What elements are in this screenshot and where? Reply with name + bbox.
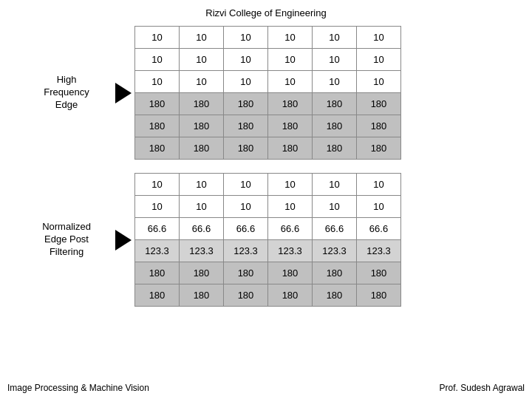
arrow-icon-2 [115, 230, 132, 250]
table-cell: 10 [224, 71, 268, 93]
table-cell: 180 [268, 284, 313, 307]
table-cell: 10 [180, 27, 224, 49]
section2-table: 10101010101010101010101066.666.666.666.6… [134, 173, 401, 307]
table-cell: 10 [268, 27, 313, 49]
table-cell: 10 [313, 49, 357, 71]
section2-arrow [115, 230, 132, 250]
table-cell: 10 [224, 174, 268, 196]
table-cell: 180 [357, 262, 401, 284]
table-cell: 10 [224, 196, 268, 218]
table-cell: 180 [135, 137, 180, 160]
table-cell: 10 [268, 196, 313, 218]
footer-right: Prof. Sudesh Agrawal [440, 383, 525, 393]
table-cell: 180 [180, 262, 224, 284]
table-cell: 123.3 [268, 240, 313, 262]
table-cell: 180 [357, 93, 401, 115]
section1-label: HighFrequencyEdge [22, 74, 111, 112]
table-cell: 180 [357, 137, 401, 160]
table-row: 101010101010 [135, 174, 401, 196]
table-row: 101010101010 [135, 27, 401, 49]
table-row: 180180180180180180 [135, 284, 401, 307]
table-cell: 180 [180, 93, 224, 115]
table-cell: 180 [313, 262, 357, 284]
section1-arrow [115, 83, 132, 103]
table-cell: 10 [180, 71, 224, 93]
table-row: 101010101010 [135, 49, 401, 71]
content-area: HighFrequencyEdge 1010101010101010101010… [0, 26, 532, 320]
table-cell: 10 [135, 71, 180, 93]
table-row: 180180180180180180 [135, 93, 401, 115]
table-cell: 10 [135, 49, 180, 71]
table-cell: 180 [268, 93, 313, 115]
table-cell: 180 [268, 115, 313, 137]
table-cell: 66.6 [268, 218, 313, 240]
table-cell: 66.6 [135, 218, 180, 240]
table-cell: 10 [180, 49, 224, 71]
table-cell: 10 [224, 27, 268, 49]
table-cell: 123.3 [180, 240, 224, 262]
table-cell: 180 [224, 137, 268, 160]
section2-label: NormalizedEdge PostFiltering [22, 221, 111, 259]
section1: HighFrequencyEdge 1010101010101010101010… [22, 26, 401, 160]
page-title: Rizvi College of Engineering [0, 7, 532, 18]
table-cell: 180 [357, 284, 401, 307]
table-cell: 180 [313, 284, 357, 307]
table-cell: 10 [268, 49, 313, 71]
table-cell: 10 [180, 174, 224, 196]
table-cell: 66.6 [224, 218, 268, 240]
table-row: 180180180180180180 [135, 115, 401, 137]
table-cell: 180 [135, 93, 180, 115]
arrow-icon [115, 83, 132, 103]
table-cell: 10 [357, 49, 401, 71]
table-cell: 180 [224, 93, 268, 115]
table-cell: 180 [313, 137, 357, 160]
table-cell: 10 [313, 27, 357, 49]
table-cell: 66.6 [180, 218, 224, 240]
table-cell: 66.6 [313, 218, 357, 240]
footer-left: Image Processing & Machine Vision [7, 383, 149, 393]
table-cell: 180 [135, 262, 180, 284]
table-cell: 123.3 [357, 240, 401, 262]
table-cell: 123.3 [224, 240, 268, 262]
table-cell: 10 [180, 196, 224, 218]
table-cell: 10 [357, 196, 401, 218]
table-cell: 10 [135, 196, 180, 218]
footer: Image Processing & Machine Vision Prof. … [7, 383, 525, 393]
table-cell: 180 [135, 284, 180, 307]
table-row: 66.666.666.666.666.666.6 [135, 218, 401, 240]
table-cell: 10 [313, 71, 357, 93]
table-cell: 10 [313, 196, 357, 218]
table-row: 101010101010 [135, 71, 401, 93]
table-row: 101010101010 [135, 196, 401, 218]
table-cell: 10 [268, 71, 313, 93]
table-cell: 66.6 [357, 218, 401, 240]
table-cell: 180 [224, 115, 268, 137]
table-cell: 123.3 [313, 240, 357, 262]
section1-table: 1010101010101010101010101010101010101801… [134, 26, 401, 160]
table-cell: 180 [180, 137, 224, 160]
table-cell: 10 [313, 174, 357, 196]
table-cell: 10 [357, 27, 401, 49]
table-cell: 180 [135, 115, 180, 137]
table-cell: 10 [357, 71, 401, 93]
table-row: 180180180180180180 [135, 137, 401, 160]
table-cell: 10 [135, 174, 180, 196]
table-cell: 180 [224, 284, 268, 307]
table-row: 123.3123.3123.3123.3123.3123.3 [135, 240, 401, 262]
table-row: 180180180180180180 [135, 262, 401, 284]
table-cell: 10 [268, 174, 313, 196]
table-cell: 180 [357, 115, 401, 137]
table-cell: 180 [180, 115, 224, 137]
table-cell: 10 [357, 174, 401, 196]
table-cell: 10 [135, 27, 180, 49]
table-cell: 10 [224, 49, 268, 71]
table-cell: 180 [313, 115, 357, 137]
table-cell: 180 [268, 137, 313, 160]
table-cell: 180 [268, 262, 313, 284]
section2: NormalizedEdge PostFiltering 10101010101… [22, 173, 401, 307]
table-cell: 180 [180, 284, 224, 307]
table-cell: 180 [224, 262, 268, 284]
table-cell: 180 [313, 93, 357, 115]
table-cell: 123.3 [135, 240, 180, 262]
